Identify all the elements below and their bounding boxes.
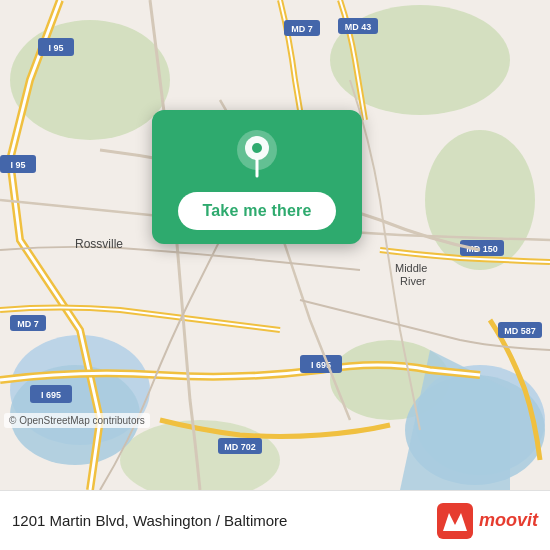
svg-text:MD 587: MD 587	[504, 326, 536, 336]
address-label: 1201 Martin Blvd, Washington / Baltimore	[12, 512, 287, 529]
moovit-logo: moovit	[437, 503, 538, 539]
moovit-brand-icon	[437, 503, 473, 539]
bottom-bar: 1201 Martin Blvd, Washington / Baltimore…	[0, 490, 550, 550]
moovit-text: moovit	[479, 510, 538, 531]
svg-text:I 695: I 695	[41, 390, 61, 400]
svg-point-37	[252, 143, 262, 153]
svg-text:Middle: Middle	[395, 262, 427, 274]
location-pin-icon	[231, 128, 283, 180]
map-container: I 95 I 95 I 695 I 695 MD 7 MD 7 MD 43 MD…	[0, 0, 550, 490]
svg-text:MD 43: MD 43	[345, 22, 372, 32]
svg-text:I 95: I 95	[48, 43, 63, 53]
svg-text:I 95: I 95	[10, 160, 25, 170]
svg-text:MD 7: MD 7	[17, 319, 39, 329]
svg-text:River: River	[400, 275, 426, 287]
svg-text:MD 7: MD 7	[291, 24, 313, 34]
svg-rect-38	[437, 503, 473, 539]
take-me-there-button[interactable]: Take me there	[178, 192, 335, 230]
svg-text:Rossville: Rossville	[75, 237, 123, 251]
osm-attribution: © OpenStreetMap contributors	[4, 413, 150, 428]
svg-text:MD 702: MD 702	[224, 442, 256, 452]
popup-card: Take me there	[152, 110, 362, 244]
